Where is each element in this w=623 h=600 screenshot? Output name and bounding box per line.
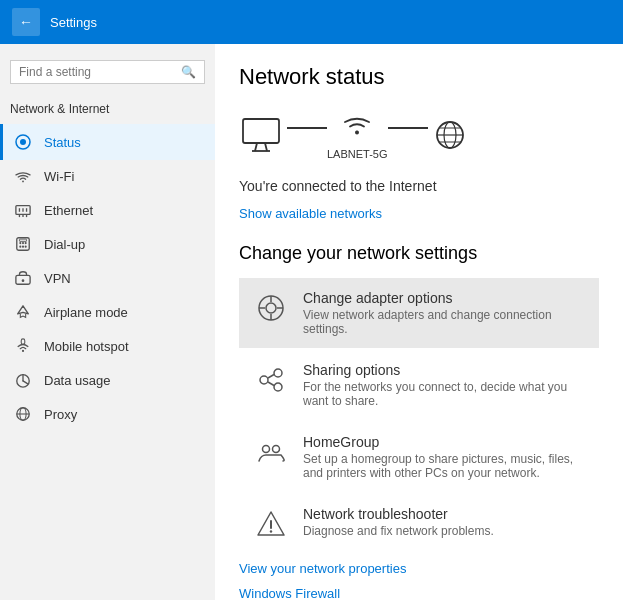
svg-point-46 (263, 446, 270, 453)
link-network-properties[interactable]: View your network properties (239, 556, 599, 581)
sidebar-item-airplane[interactable]: Airplane mode (0, 295, 215, 329)
sidebar-item-label-proxy: Proxy (44, 407, 77, 422)
wifi-router-icon (335, 110, 379, 146)
adapter-icon (253, 290, 289, 326)
link-windows-firewall[interactable]: Windows Firewall (239, 581, 599, 600)
search-icon: 🔍 (181, 65, 196, 79)
ethernet-icon (14, 202, 34, 218)
settings-item-homegroup[interactable]: HomeGroup Set up a homegroup to share pi… (239, 422, 599, 492)
sidebar-item-label-hotspot: Mobile hotspot (44, 339, 129, 354)
sidebar-item-label-wifi: Wi-Fi (44, 169, 74, 184)
app-title: Settings (50, 15, 97, 30)
page-title: Network status (239, 64, 599, 90)
svg-point-36 (266, 303, 276, 313)
sidebar-item-dialup[interactable]: Dial-up (0, 227, 215, 261)
sidebar-item-vpn[interactable]: VPN (0, 261, 215, 295)
connected-text: You're connected to the Internet (239, 178, 599, 194)
change-settings-title: Change your network settings (239, 243, 599, 264)
adapter-text: Change adapter options View network adap… (303, 290, 585, 336)
proxy-icon (14, 406, 34, 422)
svg-point-11 (22, 242, 24, 244)
search-box[interactable]: 🔍 (10, 60, 205, 84)
svg-rect-20 (21, 339, 25, 344)
svg-point-41 (260, 376, 268, 384)
troubleshooter-desc: Diagnose and fix network problems. (303, 524, 494, 538)
homegroup-text: HomeGroup Set up a homegroup to share pi… (303, 434, 585, 480)
svg-point-19 (22, 350, 24, 352)
adapter-title: Change adapter options (303, 290, 585, 306)
sidebar-item-label-datausage: Data usage (44, 373, 111, 388)
sidebar-item-status[interactable]: Status (0, 124, 215, 160)
svg-point-43 (274, 383, 282, 391)
title-bar: ← Settings (0, 0, 623, 44)
sidebar-item-hotspot[interactable]: Mobile hotspot (0, 329, 215, 363)
troubleshooter-text: Network troubleshooter Diagnose and fix … (303, 506, 494, 538)
content-area: Network status (215, 44, 623, 600)
settings-item-adapter[interactable]: Change adapter options View network adap… (239, 278, 599, 348)
datausage-icon (14, 372, 34, 388)
network-diagram: LABNET-5G (239, 110, 599, 160)
svg-point-1 (20, 139, 26, 145)
sidebar-item-label-ethernet: Ethernet (44, 203, 93, 218)
globe-icon-wrap (428, 117, 472, 153)
line2 (388, 127, 428, 129)
show-networks-link[interactable]: Show available networks (239, 206, 599, 221)
sidebar-item-datausage[interactable]: Data usage (0, 363, 215, 397)
svg-line-27 (265, 143, 267, 151)
sidebar-item-label-dialup: Dial-up (44, 237, 85, 252)
troubleshooter-title: Network troubleshooter (303, 506, 494, 522)
network-label: LABNET-5G (327, 148, 388, 160)
router-icon-wrap: LABNET-5G (327, 110, 388, 160)
svg-point-14 (22, 246, 24, 248)
settings-item-troubleshooter[interactable]: Network troubleshooter Diagnose and fix … (239, 494, 599, 554)
hotspot-icon (14, 338, 34, 354)
svg-rect-25 (243, 119, 279, 143)
sidebar-item-ethernet[interactable]: Ethernet (0, 193, 215, 227)
line1 (287, 127, 327, 129)
homegroup-icon (253, 434, 289, 470)
sidebar-item-label-airplane: Airplane mode (44, 305, 128, 320)
computer-icon (239, 117, 287, 153)
sidebar: 🔍 Network & Internet Status (0, 44, 215, 600)
svg-point-15 (25, 246, 27, 248)
svg-point-42 (274, 369, 282, 377)
svg-point-10 (19, 242, 21, 244)
computer-icon-wrap (239, 117, 287, 153)
svg-line-44 (268, 375, 274, 379)
homegroup-desc: Set up a homegroup to share pictures, mu… (303, 452, 585, 480)
homegroup-title: HomeGroup (303, 434, 585, 450)
svg-point-12 (25, 242, 27, 244)
adapter-desc: View network adapters and change connect… (303, 308, 585, 336)
sharing-desc: For the networks you connect to, decide … (303, 380, 585, 408)
sidebar-item-wifi[interactable]: Wi-Fi (0, 160, 215, 193)
troubleshooter-icon (253, 506, 289, 542)
wifi-icon (14, 170, 34, 184)
sidebar-section-title: Network & Internet (0, 98, 215, 124)
svg-point-50 (270, 530, 272, 532)
svg-point-13 (19, 246, 21, 248)
dialup-icon (14, 236, 34, 252)
svg-point-18 (22, 279, 25, 282)
status-icon (14, 133, 34, 151)
search-input[interactable] (19, 65, 181, 79)
settings-item-sharing[interactable]: Sharing options For the networks you con… (239, 350, 599, 420)
sharing-text: Sharing options For the networks you con… (303, 362, 585, 408)
globe-icon (428, 117, 472, 153)
svg-rect-16 (19, 239, 26, 241)
sidebar-item-label-status: Status (44, 135, 81, 150)
sharing-title: Sharing options (303, 362, 585, 378)
back-button[interactable]: ← (12, 8, 40, 36)
back-arrow-icon: ← (19, 14, 33, 30)
airplane-icon (14, 304, 34, 320)
svg-line-26 (255, 143, 257, 151)
vpn-icon (14, 270, 34, 286)
sharing-icon (253, 362, 289, 398)
svg-point-29 (355, 131, 359, 135)
sidebar-item-proxy[interactable]: Proxy (0, 397, 215, 431)
svg-point-47 (273, 446, 280, 453)
sidebar-item-label-vpn: VPN (44, 271, 71, 286)
main-container: 🔍 Network & Internet Status (0, 44, 623, 600)
svg-line-45 (268, 382, 274, 386)
